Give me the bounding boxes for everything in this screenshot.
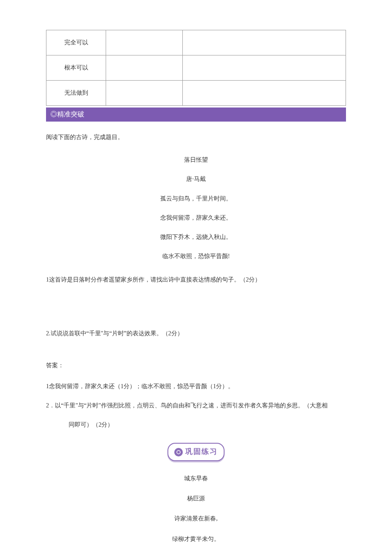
table-row: 无法做到 <box>46 81 346 106</box>
answer-2-line1: 2．以“千里"与“片时"作强烈比照，点明云、鸟的自由和飞行之速，进而引发作者久客… <box>46 400 346 411</box>
poem-line: 临水不敢照，恐惊平昔颜! <box>46 251 346 262</box>
checklist-cell-empty <box>106 55 183 81</box>
page-container: 完全可以 根本可以 无法做到 ◎精准突破 阅读下面的古诗，完成题目。 落日怅望 … <box>0 0 392 555</box>
checklist-table: 完全可以 根本可以 无法做到 <box>46 30 346 106</box>
question-1: 1这首诗是日落时分作者遥望家乡所作，请找出诗中直接表达情感的句子。（2分） <box>46 274 346 285</box>
answer-2-line2: 同即可）（2分） <box>46 419 346 430</box>
poem2-line: 诗家清景在新春, <box>46 513 346 524</box>
poem2-block: 城东早春 杨巨源 诗家清景在新春, 绿柳才黄半未匀。 <box>46 473 346 544</box>
practice-badge-icon <box>174 448 183 456</box>
checklist-label: 根本可以 <box>46 55 106 81</box>
poem-line: 孤云与归鸟，千里片时间。 <box>46 193 346 204</box>
poem-title: 落日怅望 <box>46 154 346 165</box>
checklist-cell-empty <box>183 55 346 81</box>
checklist-cell-empty <box>106 30 183 55</box>
answer-header: 答案： <box>46 360 346 371</box>
practice-badge: 巩固练习 <box>167 443 225 461</box>
circle-icon <box>176 450 181 455</box>
poem2-line: 绿柳才黄半未匀。 <box>46 534 346 544</box>
practice-badge-wrapper: 巩固练习 <box>46 443 346 461</box>
table-row: 根本可以 <box>46 55 346 81</box>
section-banner: ◎精准突破 <box>46 108 346 122</box>
table-row: 完全可以 <box>46 30 346 55</box>
checklist-label: 完全可以 <box>46 30 106 55</box>
poem2-title: 城东早春 <box>46 473 346 484</box>
practice-badge-text: 巩固练习 <box>185 445 218 459</box>
poem-line: 念我何留滞，辞家久未还。 <box>46 212 346 223</box>
poem-line: 微阳下乔木，远烧入秋山。 <box>46 232 346 242</box>
poem2-author: 杨巨源 <box>46 493 346 504</box>
question-2: 2.试说说首联中“千里"与“片时”的表达效果。（2分） <box>46 328 346 339</box>
content-block: 阅读下面的古诗，完成题目。 落日怅望 唐·马戴 孤云与归鸟，千里片时间。 念我何… <box>46 132 346 544</box>
instruction-text: 阅读下面的古诗，完成题目。 <box>46 132 346 142</box>
checklist-cell-empty <box>183 81 346 106</box>
svg-point-0 <box>177 450 180 454</box>
checklist-label: 无法做到 <box>46 81 106 106</box>
answer-1: 1念我何留滞，辞家久未还（1分）；临水不敢照，惊恐平昔颜（1分）。 <box>46 381 346 392</box>
poem-author: 唐·马戴 <box>46 174 346 184</box>
checklist-cell-empty <box>106 81 183 106</box>
checklist-cell-empty <box>183 30 346 55</box>
poem-block: 落日怅望 唐·马戴 孤云与归鸟，千里片时间。 念我何留滞，辞家久未还。 微阳下乔… <box>46 154 346 262</box>
